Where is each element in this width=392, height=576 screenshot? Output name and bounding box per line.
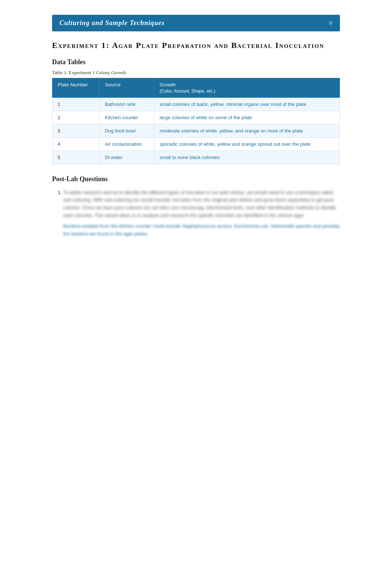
table-caption: Table 1: Experiment 1 Colony Growth [52,70,340,76]
col-header-source: Source [99,78,154,97]
banner: Culturing and Sample Techniques ≡ [52,15,340,31]
growth-cell: small colonies of balck, yellow, minimal… [154,97,340,111]
banner-title: Culturing and Sample Techniques [59,19,165,27]
question-1-answer: Bacteria isolated from the kitchen count… [63,223,340,238]
page-title: Experiment 1: Agar Plate Preparation and… [52,40,340,51]
table-row: 2Kitchen counterlarge colonies of white … [52,111,340,124]
page-wrapper: Culturing and Sample Techniques ≡ Experi… [48,7,344,252]
colony-growth-table: Plate Number Source Growth (Color, Amoun… [52,78,340,164]
question-1-body: To better research and try to identify t… [63,190,336,218]
table-row: 3Dog food bowlmoderate colonies of white… [52,124,340,137]
plate-number-cell: 3 [52,124,100,137]
table-row: 4Air contaminationsporadic colonies of w… [52,137,340,151]
post-lab-section: Post-Lab Questions To better research an… [52,175,340,238]
growth-cell: large colonies of white on some of the p… [154,111,340,124]
table-row: 1Bathroom sinksmall colonies of balck, y… [52,97,340,111]
plate-number-cell: 2 [52,111,100,124]
source-cell: Bathroom sink [99,97,154,111]
col-header-plate: Plate Number [52,78,100,97]
data-tables-heading: Data Tables [52,58,340,66]
plate-number-cell: 5 [52,151,100,164]
banner-icon: ≡ [329,19,333,27]
growth-cell: moderate colonies of white, yellow, and … [154,124,340,137]
growth-cell: sporadic colonies of white, yellow and o… [154,137,340,151]
table-header-row: Plate Number Source Growth (Color, Amoun… [52,78,340,97]
growth-cell: small to none black colonies [154,151,340,164]
source-cell: Kitchen counter [99,111,154,124]
col-header-growth: Growth (Color, Amount, Shape, etc.) [154,78,340,97]
source-cell: Dog food bowl [99,124,154,137]
source-cell: Air contamination [99,137,154,151]
plate-number-cell: 1 [52,97,100,111]
table-row: 5DI watersmall to none black colonies [52,151,340,164]
post-lab-list: To better research and try to identify t… [52,189,340,238]
plate-number-cell: 4 [52,137,100,151]
post-lab-question-1: To better research and try to identify t… [63,189,340,238]
post-lab-heading: Post-Lab Questions [52,175,340,183]
source-cell: DI water [99,151,154,164]
